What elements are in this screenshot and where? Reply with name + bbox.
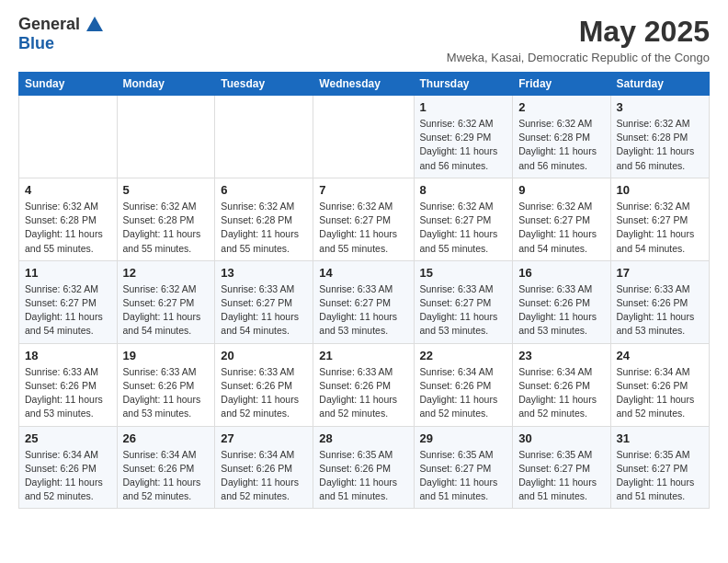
day-number: 4 [25,183,111,197]
logo: General Blue [18,15,105,53]
calendar-header-row: SundayMondayTuesdayWednesdayThursdayFrid… [19,73,710,96]
day-info: Sunrise: 6:32 AM Sunset: 6:28 PM Dayligh… [617,117,703,173]
calendar-cell [313,96,414,178]
day-number: 5 [123,183,210,197]
day-info: Sunrise: 6:34 AM Sunset: 6:26 PM Dayligh… [123,448,210,504]
day-info: Sunrise: 6:32 AM Sunset: 6:27 PM Dayligh… [319,200,407,256]
day-info: Sunrise: 6:32 AM Sunset: 6:28 PM Dayligh… [518,117,604,173]
calendar-cell [117,96,215,178]
calendar-cell: 25Sunrise: 6:34 AM Sunset: 6:26 PM Dayli… [19,426,118,509]
day-info: Sunrise: 6:33 AM Sunset: 6:27 PM Dayligh… [319,282,407,339]
day-number: 18 [25,349,111,362]
day-info: Sunrise: 6:32 AM Sunset: 6:28 PM Dayligh… [25,200,111,256]
calendar-cell: 17Sunrise: 6:33 AM Sunset: 6:26 PM Dayli… [610,260,709,343]
calendar-week-row: 4Sunrise: 6:32 AM Sunset: 6:28 PM Daylig… [19,178,710,260]
calendar-cell: 31Sunrise: 6:35 AM Sunset: 6:27 PM Dayli… [610,426,709,509]
day-info: Sunrise: 6:32 AM Sunset: 6:29 PM Dayligh… [420,117,507,173]
calendar-cell: 22Sunrise: 6:34 AM Sunset: 6:26 PM Dayli… [414,343,513,426]
day-info: Sunrise: 6:32 AM Sunset: 6:28 PM Dayligh… [221,200,307,256]
day-info: Sunrise: 6:34 AM Sunset: 6:26 PM Dayligh… [518,365,604,421]
day-number: 12 [123,266,210,280]
day-number: 14 [319,266,407,280]
calendar-cell: 26Sunrise: 6:34 AM Sunset: 6:26 PM Dayli… [117,426,215,509]
calendar-cell: 13Sunrise: 6:33 AM Sunset: 6:27 PM Dayli… [215,260,313,343]
calendar-table: SundayMondayTuesdayWednesdayThursdayFrid… [18,72,710,509]
column-header-wednesday: Wednesday [313,73,414,96]
day-number: 13 [221,266,307,280]
day-info: Sunrise: 6:33 AM Sunset: 6:26 PM Dayligh… [123,365,210,421]
day-number: 15 [420,266,507,280]
day-info: Sunrise: 6:34 AM Sunset: 6:26 PM Dayligh… [420,365,507,421]
day-number: 30 [518,431,604,445]
day-info: Sunrise: 6:35 AM Sunset: 6:27 PM Dayligh… [420,448,507,504]
day-info: Sunrise: 6:33 AM Sunset: 6:26 PM Dayligh… [25,365,111,421]
day-number: 24 [617,349,703,362]
location-subtitle: Mweka, Kasai, Democratic Republic of the… [447,51,710,64]
calendar-cell: 16Sunrise: 6:33 AM Sunset: 6:26 PM Dayli… [513,260,610,343]
day-number: 3 [617,100,703,114]
calendar-cell: 28Sunrise: 6:35 AM Sunset: 6:26 PM Dayli… [313,426,414,509]
calendar-cell: 7Sunrise: 6:32 AM Sunset: 6:27 PM Daylig… [313,178,414,260]
calendar-week-row: 18Sunrise: 6:33 AM Sunset: 6:26 PM Dayli… [19,343,710,426]
logo-blue-text: Blue [18,34,54,52]
calendar-cell: 21Sunrise: 6:33 AM Sunset: 6:26 PM Dayli… [313,343,414,426]
day-number: 21 [319,349,407,362]
day-info: Sunrise: 6:35 AM Sunset: 6:27 PM Dayligh… [518,448,604,504]
day-info: Sunrise: 6:33 AM Sunset: 6:27 PM Dayligh… [420,282,507,339]
calendar-cell: 18Sunrise: 6:33 AM Sunset: 6:26 PM Dayli… [19,343,118,426]
day-info: Sunrise: 6:34 AM Sunset: 6:26 PM Dayligh… [25,448,111,504]
calendar-cell: 9Sunrise: 6:32 AM Sunset: 6:27 PM Daylig… [513,178,610,260]
calendar-cell: 14Sunrise: 6:33 AM Sunset: 6:27 PM Dayli… [313,260,414,343]
calendar-week-row: 25Sunrise: 6:34 AM Sunset: 6:26 PM Dayli… [19,426,710,509]
day-number: 7 [319,183,407,197]
calendar-cell: 24Sunrise: 6:34 AM Sunset: 6:26 PM Dayli… [610,343,709,426]
day-info: Sunrise: 6:32 AM Sunset: 6:27 PM Dayligh… [123,282,210,339]
day-info: Sunrise: 6:32 AM Sunset: 6:27 PM Dayligh… [420,200,507,256]
day-number: 26 [123,431,210,445]
day-info: Sunrise: 6:32 AM Sunset: 6:27 PM Dayligh… [617,200,703,256]
column-header-saturday: Saturday [610,73,709,96]
day-info: Sunrise: 6:33 AM Sunset: 6:26 PM Dayligh… [319,365,407,421]
day-number: 25 [25,431,111,445]
column-header-sunday: Sunday [19,73,118,96]
calendar-cell: 29Sunrise: 6:35 AM Sunset: 6:27 PM Dayli… [414,426,513,509]
calendar-cell: 10Sunrise: 6:32 AM Sunset: 6:27 PM Dayli… [610,178,709,260]
column-header-friday: Friday [513,73,610,96]
day-number: 10 [617,183,703,197]
day-info: Sunrise: 6:34 AM Sunset: 6:26 PM Dayligh… [617,365,703,421]
day-number: 2 [518,100,604,114]
day-number: 6 [221,183,307,197]
calendar-cell [19,96,118,178]
day-info: Sunrise: 6:35 AM Sunset: 6:26 PM Dayligh… [319,448,407,504]
day-number: 19 [123,349,210,362]
day-number: 20 [221,349,307,362]
calendar-cell: 20Sunrise: 6:33 AM Sunset: 6:26 PM Dayli… [215,343,313,426]
calendar-cell: 2Sunrise: 6:32 AM Sunset: 6:28 PM Daylig… [513,96,610,178]
day-number: 23 [518,349,604,362]
day-number: 1 [420,100,507,114]
calendar-cell: 6Sunrise: 6:32 AM Sunset: 6:28 PM Daylig… [215,178,313,260]
day-number: 29 [420,431,507,445]
calendar-cell: 19Sunrise: 6:33 AM Sunset: 6:26 PM Dayli… [117,343,215,426]
day-number: 27 [221,431,307,445]
day-info: Sunrise: 6:32 AM Sunset: 6:28 PM Dayligh… [123,200,210,256]
calendar-cell: 27Sunrise: 6:34 AM Sunset: 6:26 PM Dayli… [215,426,313,509]
day-info: Sunrise: 6:34 AM Sunset: 6:26 PM Dayligh… [221,448,307,504]
day-info: Sunrise: 6:33 AM Sunset: 6:26 PM Dayligh… [221,365,307,421]
day-number: 22 [420,349,507,362]
calendar-cell: 30Sunrise: 6:35 AM Sunset: 6:27 PM Dayli… [513,426,610,509]
column-header-tuesday: Tuesday [215,73,313,96]
day-info: Sunrise: 6:33 AM Sunset: 6:26 PM Dayligh… [617,282,703,339]
calendar-cell: 5Sunrise: 6:32 AM Sunset: 6:28 PM Daylig… [117,178,215,260]
day-info: Sunrise: 6:33 AM Sunset: 6:26 PM Dayligh… [518,282,604,339]
calendar-cell: 23Sunrise: 6:34 AM Sunset: 6:26 PM Dayli… [513,343,610,426]
day-number: 16 [518,266,604,280]
day-number: 17 [617,266,703,280]
calendar-cell: 8Sunrise: 6:32 AM Sunset: 6:27 PM Daylig… [414,178,513,260]
day-number: 11 [25,266,111,280]
page-header: General Blue May 2025 Mweka, Kasai, Demo… [18,15,710,64]
calendar-week-row: 11Sunrise: 6:32 AM Sunset: 6:27 PM Dayli… [19,260,710,343]
calendar-cell: 11Sunrise: 6:32 AM Sunset: 6:27 PM Dayli… [19,260,118,343]
calendar-cell: 4Sunrise: 6:32 AM Sunset: 6:28 PM Daylig… [19,178,118,260]
day-info: Sunrise: 6:32 AM Sunset: 6:27 PM Dayligh… [518,200,604,256]
